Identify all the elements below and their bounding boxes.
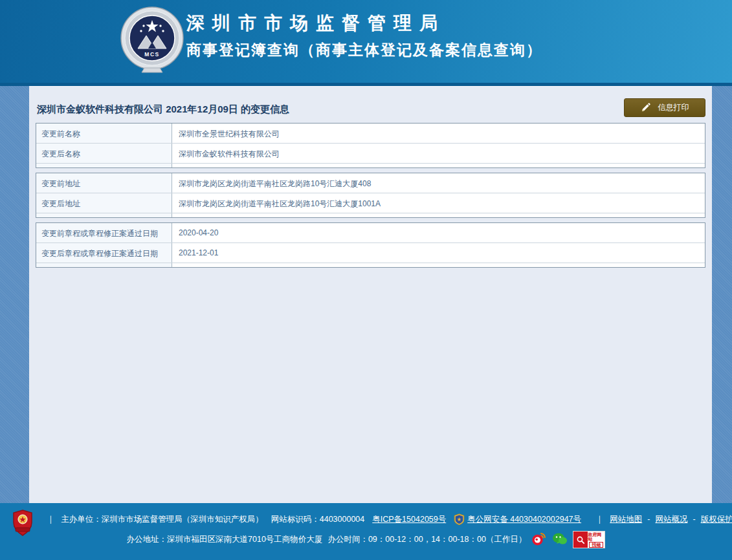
footer-nav-link[interactable]: 网站概况 xyxy=(655,514,687,525)
icp-license-link[interactable]: 粤ICP备15042059号 xyxy=(372,514,446,525)
table-footer-strip xyxy=(36,263,705,267)
gov-error-report-badge[interactable]: 政府网站 找错 xyxy=(573,531,605,548)
print-button-label: 信息打印 xyxy=(658,102,689,113)
row-label: 变更后名称 xyxy=(36,144,172,163)
svg-text:MCS: MCS xyxy=(144,51,159,58)
footer-nav-link[interactable]: 网站地图 xyxy=(610,514,642,525)
site-footer: ｜ 主办单位：深圳市市场监督管理局（深圳市知识产权局） 网站标识码：440300… xyxy=(0,503,732,560)
police-badge-icon xyxy=(454,513,465,525)
change-table: 变更前地址深圳市龙岗区龙岗街道平南社区龙岗路10号汇迪大厦408变更后地址深圳市… xyxy=(36,173,705,218)
change-table: 变更前章程或章程修正案通过日期2020-04-20变更后章程或章程修正案通过日期… xyxy=(36,222,705,268)
row-label: 变更前章程或章程修正案通过日期 xyxy=(36,223,172,242)
agency-logo: MCS xyxy=(120,6,184,74)
table-row: 变更前名称深圳市全景世纪科技有限公司 xyxy=(36,124,705,144)
footer-nav-link[interactable]: 版权保护 xyxy=(701,514,732,525)
table-footer-strip xyxy=(36,164,705,167)
row-label: 变更后章程或章程修正案通过日期 xyxy=(36,243,172,263)
weibo-icon[interactable] xyxy=(531,532,547,548)
row-value: 深圳市全景世纪科技有限公司 xyxy=(172,124,705,143)
row-value: 2020-04-20 xyxy=(172,223,705,242)
change-table: 变更前名称深圳市全景世纪科技有限公司变更后名称深圳市金蚁软件科技有限公司 xyxy=(36,123,705,168)
pencil-icon xyxy=(641,103,650,113)
office-address-label: 办公地址：深圳市福田区深南大道7010号工商物价大厦 xyxy=(127,534,323,545)
table-row: 变更后章程或章程修正案通过日期2021-12-01 xyxy=(36,243,705,263)
page-background: 深圳市金蚁软件科技有限公司 2021年12月09日 的变更信息 信息打印 变更前… xyxy=(0,86,732,503)
row-label: 变更后地址 xyxy=(36,193,172,213)
site-subtitle: 商事登记簿查询（商事主体登记及备案信息查询） xyxy=(186,39,542,61)
row-value: 深圳市龙岗区龙岗街道平南社区龙岗路10号汇迪大厦1001A xyxy=(172,193,705,213)
page-title: 深圳市金蚁软件科技有限公司 2021年12月09日 的变更信息 xyxy=(37,103,289,116)
mcs-badge-icon: MCS xyxy=(120,6,184,74)
footer-line-2: 办公地址：深圳市福田区深南大道7010号工商物价大厦 办公时间：09：00-12… xyxy=(0,531,732,548)
table-row: 变更后名称深圳市金蚁软件科技有限公司 xyxy=(36,144,705,164)
wechat-icon[interactable] xyxy=(552,532,568,548)
row-label: 变更前地址 xyxy=(36,173,172,193)
office-hours-label: 办公时间：09：00-12：00，14：00-18：00（工作日） xyxy=(327,534,526,545)
error-badge-title: 政府网站 xyxy=(588,532,604,541)
site-code-label: 网站标识码：4403000004 xyxy=(271,514,365,525)
table-row: 变更前地址深圳市龙岗区龙岗街道平南社区龙岗路10号汇迪大厦408 xyxy=(36,173,705,193)
site-title: 深圳市市场监督管理局 xyxy=(186,12,542,35)
host-unit-label: 主办单位：深圳市市场监督管理局（深圳市知识产权局） xyxy=(61,514,263,525)
gov-emblem-icon xyxy=(12,510,34,539)
footer-separator: ｜ xyxy=(47,514,54,525)
public-security-link[interactable]: 粤公网安备 44030402002947号 xyxy=(467,514,581,525)
row-value: 深圳市龙岗区龙岗街道平南社区龙岗路10号汇迪大厦408 xyxy=(172,173,705,193)
nav-link-separator: - xyxy=(647,515,650,524)
site-header: MCS 深圳市市场监督管理局 商事登记簿查询（商事主体登记及备案信息查询） xyxy=(0,0,732,83)
print-button[interactable]: 信息打印 xyxy=(624,98,705,117)
table-row: 变更后地址深圳市龙岗区龙岗街道平南社区龙岗路10号汇迪大厦1001A xyxy=(36,193,705,213)
footer-nav-links: 网站地图-网站概况-版权保护-隐私声明-联系我们 xyxy=(610,514,732,525)
footer-line-1: ｜ 主办单位：深圳市市场监督管理局（深圳市知识产权局） 网站标识码：440300… xyxy=(0,503,732,525)
table-footer-strip xyxy=(36,213,705,217)
change-info-tables: 变更前名称深圳市全景世纪科技有限公司变更后名称深圳市金蚁软件科技有限公司变更前地… xyxy=(29,123,712,268)
nav-link-separator: - xyxy=(693,515,695,524)
row-value: 2021-12-01 xyxy=(172,243,705,263)
table-row: 变更前章程或章程修正案通过日期2020-04-20 xyxy=(36,223,705,243)
error-badge-subtitle: 找错 xyxy=(589,542,603,548)
row-label: 变更前名称 xyxy=(36,124,172,143)
row-value: 深圳市金蚁软件科技有限公司 xyxy=(172,144,705,163)
footer-separator-2: ｜ xyxy=(595,514,603,525)
magnifier-icon xyxy=(573,532,588,548)
content-card: 深圳市金蚁软件科技有限公司 2021年12月09日 的变更信息 信息打印 变更前… xyxy=(29,86,712,503)
